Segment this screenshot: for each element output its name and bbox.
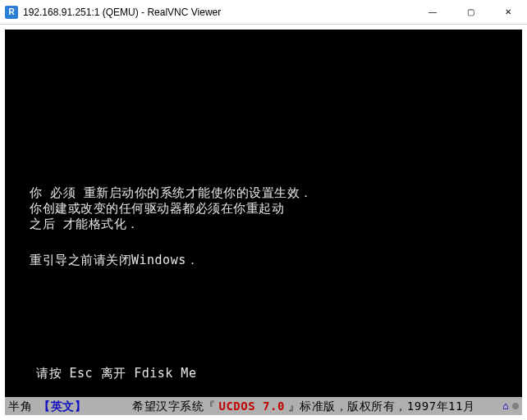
realvnc-icon: R	[5, 6, 18, 19]
copyright-text: 』标准版，版权所有，1997年11月	[288, 399, 475, 413]
msg-line-2: 你创建或改变的任何驱动器都必须在你重起动	[30, 201, 313, 216]
msg-line-3: 之后 才能格式化．	[30, 217, 313, 231]
window-title: 192.168.91.251:1 (QEMU) - RealVNC Viewer	[23, 7, 414, 18]
language-indicator: 【英文】	[34, 399, 91, 413]
exit-prompt: 请按 Esc 离开 Fdisk Me	[36, 366, 196, 381]
text-fragment: 重新启动你的系统才能使你的设置生效．	[76, 185, 313, 200]
dos-console[interactable]: 你 必须 重新启动你的系统才能使你的设置生效． 你创建或改变的任何驱动器都必须在…	[5, 30, 522, 415]
text-fragment: 才能格式化．	[55, 217, 140, 231]
text-fragment: 你	[30, 185, 50, 200]
minimize-button[interactable]: —	[414, 0, 451, 24]
input-mode: 半角	[8, 399, 32, 413]
text-emphasis: 之后	[30, 217, 55, 231]
close-button[interactable]: ✕	[489, 0, 527, 24]
product-name: UCDOS 7.0	[216, 399, 288, 413]
text-emphasis: 必须	[50, 185, 76, 200]
ucdos-status-bar: 半角 【英文】 希望汉字系统『UCDOS 7.0』标准版，版权所有，1997年1…	[5, 397, 522, 415]
fdisk-message-2: 重引导之前请关闭Windows．	[30, 253, 199, 268]
maximize-button[interactable]: ▢	[451, 0, 489, 24]
window-titlebar: R 192.168.91.251:1 (QEMU) - RealVNC View…	[0, 0, 527, 25]
indicator-dot-icon	[512, 403, 519, 409]
home-icon: ⌂	[502, 400, 509, 412]
fdisk-message: 你 必须 重新启动你的系统才能使你的设置生效． 你创建或改变的任何驱动器都必须在…	[30, 185, 313, 232]
console-frame: 你 必须 重新启动你的系统才能使你的设置生效． 你创建或改变的任何驱动器都必须在…	[0, 25, 527, 420]
system-label: 希望汉字系统『	[132, 399, 216, 413]
window-controls: — ▢ ✕	[414, 0, 527, 24]
msg-line-1: 你 必须 重新启动你的系统才能使你的设置生效．	[30, 185, 313, 200]
status-right: ⌂	[502, 400, 519, 412]
msg-line-4: 重引导之前请关闭Windows．	[30, 253, 199, 267]
